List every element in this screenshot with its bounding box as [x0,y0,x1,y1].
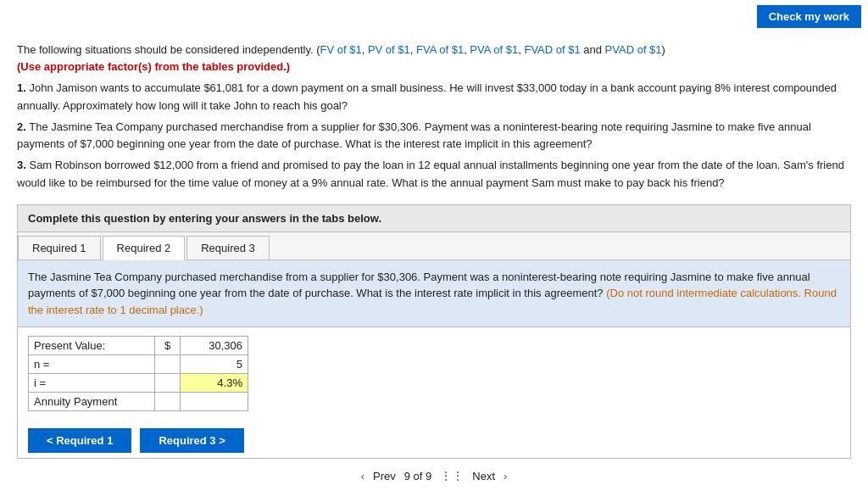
complete-box-text: Complete this question by entering your … [28,212,381,225]
pvad-link[interactable]: PVAD of $1 [605,43,662,56]
tab-content-body: The Jasmine Tea Company purchased mercha… [18,260,850,328]
problem-1: 1. John Jamison wants to accumulate $61,… [17,80,851,115]
prev-arrow: ‹ [361,470,364,482]
fvad-link[interactable]: FVAD of $1 [524,43,580,56]
i-value[interactable]: 4.3% [181,374,248,393]
problems-section: 1. John Jamison wants to accumulate $61,… [17,80,851,192]
i-label: i = [29,374,155,393]
bottom-nav: ‹ Prev 9 of 9 ⋮⋮ Next › [17,459,851,489]
page-total: 9 [426,470,431,482]
prev-link[interactable]: Prev [373,470,396,482]
pva-link[interactable]: PVA of $1 [470,43,518,56]
answer-table-container: Present Value: $ 30,306 n = 5 i = 4.3% [18,327,850,420]
table-row: n = 5 [29,355,248,374]
n-value[interactable]: 5 [181,355,248,374]
annuity-dollar [155,393,181,411]
next-arrow: › [504,470,507,482]
problem-3: 3. Sam Robinson borrowed $12,000 from a … [17,157,851,192]
annuity-value[interactable] [181,393,248,411]
check-my-work-button[interactable]: Check my work [757,5,861,28]
required-1-button[interactable]: < Required 1 [28,428,131,453]
page-info: 9 of 9 [404,470,432,482]
bold-instruction: (Use appropriate factor(s) from the tabl… [17,60,290,73]
fv-link[interactable]: FV of $1 [320,43,362,56]
n-label: n = [29,355,155,374]
complete-box: Complete this question by entering your … [17,204,851,232]
annuity-payment-label: Annuity Payment [29,393,155,411]
fva-link[interactable]: FVA of $1 [416,43,464,56]
present-value-dollar: $ [155,337,181,355]
tab-required-3[interactable]: Required 3 [186,236,270,259]
next-link[interactable]: Next [472,470,495,482]
table-row: Present Value: $ 30,306 [29,337,248,355]
page-current: 9 [404,470,410,482]
tabs-row: Required 1 Required 2 Required 3 [18,232,850,260]
nav-buttons: < Required 1 Required 3 > [18,420,850,458]
answer-table: Present Value: $ 30,306 n = 5 i = 4.3% [28,336,248,411]
present-value-label: Present Value: [29,337,155,355]
n-dollar [155,355,181,374]
pv-link[interactable]: PV of $1 [368,43,410,56]
table-row: Annuity Payment [29,393,248,411]
tab-required-2[interactable]: Required 2 [103,236,186,260]
tabs-container: Required 1 Required 2 Required 3 The Jas… [17,232,851,460]
problem-2: 2. The Jasmine Tea Company purchased mer… [17,119,851,154]
i-dollar [155,374,181,393]
grid-icon[interactable]: ⋮⋮ [440,469,464,482]
tab-required-1[interactable]: Required 1 [18,236,101,259]
table-row: i = 4.3% [29,374,248,393]
required-3-button[interactable]: Required 3 > [140,428,243,453]
intro-text: The following situations should be consi… [17,42,851,75]
present-value-value[interactable]: 30,306 [181,337,248,355]
